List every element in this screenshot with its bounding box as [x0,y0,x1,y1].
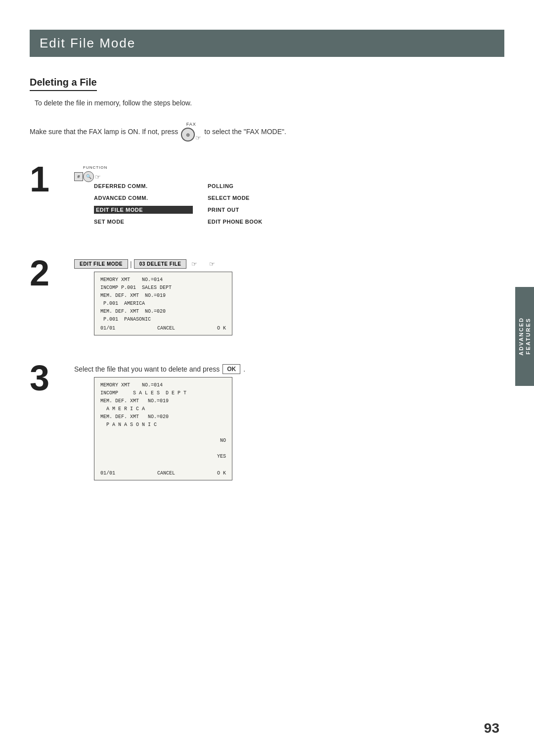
step-1-container: 1 FUNCTION # 🔍 ☞ DEFERRED COMM [30,161,504,231]
function-label: FUNCTION [83,165,107,170]
menu-deferred-comm: DEFERRED COMM. [94,182,193,190]
function-round-btn[interactable]: 🔍 [83,171,94,182]
fax-label: FAX [186,122,196,127]
step-1-number: 1 [30,161,64,197]
lcd3-ok: O K [217,471,226,476]
lcd2-cancel: CANCEL [157,326,175,331]
step-2-number: 2 [30,255,64,291]
hand-pointer-icon: ☞ [195,134,201,142]
side-tab: ADVANCED FEATURES [515,287,534,386]
lcd-screen-step2: MEMORY XMT NO.=014 INCOMP P.001 SALES DE… [94,272,232,335]
intro-text: To delete the file in memory, follow the… [35,99,504,107]
fax-instruction-after: to select the "FAX MODE". [204,128,286,136]
menu-advanced-comm: ADVANCED COMM. [94,194,193,202]
side-tab-text: ADVANCED FEATURES [518,317,532,356]
menu-edit-phone-book: EDIT PHONE BOOK [208,218,307,226]
step-2-content: EDIT FILE MODE | 03 DELETE FILE ☞ ☞ MEMO… [74,255,504,335]
step2-display-bar: EDIT FILE MODE | 03 DELETE FILE ☞ ☞ [74,259,504,269]
lcd3-cancel: CANCEL [157,471,175,476]
menu-polling: POLLING [208,182,307,190]
step2-ptr1: ☞ [191,260,197,268]
lcd3-line3: MEM. DEF. XMT NO.=019 [100,397,226,405]
step3-text-before: Select the file that you want to delete … [74,365,220,373]
lcd2-page: 01/01 [100,326,115,331]
fax-instruction-before: Make sure that the FAX lamp is ON. If no… [30,128,178,136]
page-number: 93 [484,720,499,736]
section-heading: Deleting a File [30,77,97,91]
lcd2-line5: MEM. DEF. XMT NO.=020 [100,308,226,316]
step3-instruction: Select the file that you want to delete … [74,364,504,374]
lcd3-line6: P A N A S O N I C [100,421,226,429]
lcd2-ok: O K [217,326,226,331]
title-bar: Edit File Mode [30,30,504,57]
lcd2-line4: P.001 AMERICA [100,300,226,308]
lcd3-bottom: 01/01 CANCEL O K [100,471,226,476]
delete-file-btn: 03 DELETE FILE [134,259,187,269]
lcd3-line4: A M E R I C A [100,405,226,413]
menu-print-out: PRINT OUT [208,206,307,214]
menu-grid: DEFERRED COMM. POLLING ADVANCED COMM. SE… [94,182,504,226]
lcd3-line5: MEM. DEF. XMT NO.=020 [100,413,226,421]
edit-file-mode-btn: EDIT FILE MODE [74,259,128,269]
lcd3-yn-row: NO YES [100,429,226,469]
menu-select-mode: SELECT MODE [208,194,307,202]
lcd2-line2: INCOMP P.001 SALES DEPT [100,284,226,292]
menu-set-mode: SET MODE [94,218,193,226]
lcd2-line3: MEM. DEF. XMT NO.=019 [100,292,226,300]
step-2-container: 2 EDIT FILE MODE | 03 DELETE FILE ☞ ☞ ME… [30,255,504,335]
ok-box: OK [222,364,240,374]
lcd3-page: 01/01 [100,471,115,476]
page-title: Edit File Mode [40,36,494,51]
function-button-area: FUNCTION # 🔍 ☞ [74,165,107,182]
hash-button[interactable]: # [74,172,83,181]
lcd3-no: NO [220,438,226,443]
fax-lamp-instruction: Make sure that the FAX lamp is ON. If no… [30,122,504,142]
step-3-number: 3 [30,360,64,396]
fax-circle-button[interactable]: ⊕ [181,128,195,142]
step2-ptr2: ☞ [209,260,215,268]
menu-display: DEFERRED COMM. POLLING ADVANCED COMM. SE… [94,177,504,231]
step3-text-after: . [243,365,245,373]
lcd3-line1: MEMORY XMT NO.=014 [100,381,226,389]
menu-edit-file-mode: EDIT FILE MODE [94,206,193,214]
lcd2-bottom: 01/01 CANCEL O K [100,326,226,331]
lcd3-yes: YES [217,454,226,459]
lcd2-line6: P.001 PANASONIC [100,316,226,324]
function-btn-group: # 🔍 ☞ [74,171,101,182]
lcd2-line1: MEMORY XMT NO.=014 [100,276,226,284]
page: ADVANCED FEATURES Edit File Mode Deletin… [0,0,534,756]
step-1-content: FUNCTION # 🔍 ☞ DEFERRED COMM. POLLING AD… [74,161,504,231]
step-3-container: 3 Select the file that you want to delet… [30,360,504,480]
lcd3-line2: INCOMP S A L E S D E P T [100,389,226,397]
lcd-screen-step3: MEMORY XMT NO.=014 INCOMP S A L E S D E … [94,377,232,480]
fax-button-icon: FAX ⊕ ☞ [181,122,201,142]
step1-hand-pointer: ☞ [95,173,101,181]
step-3-content: Select the file that you want to delete … [74,360,504,480]
